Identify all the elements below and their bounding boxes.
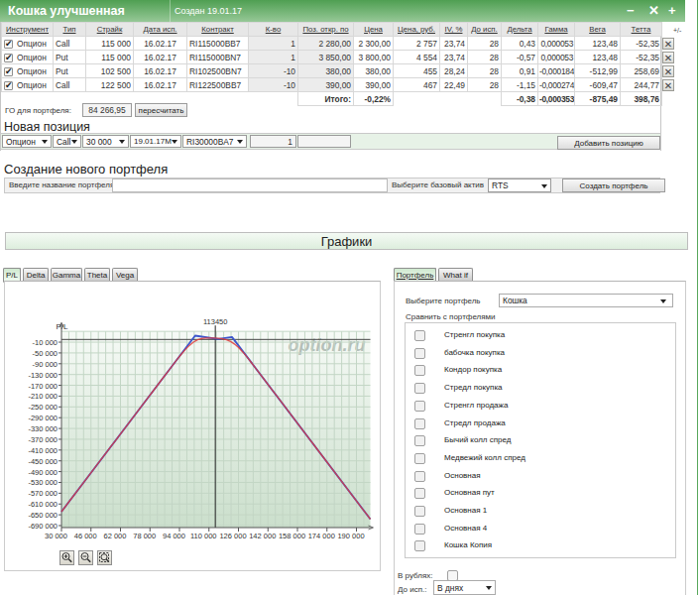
svg-text:P/L: P/L (57, 322, 69, 331)
svg-text:110 000: 110 000 (190, 532, 217, 540)
svg-text:142 000: 142 000 (249, 532, 276, 540)
svg-text:-530 000: -530 000 (28, 478, 58, 487)
svg-text:78 000: 78 000 (133, 532, 156, 540)
svg-text:-650 000: -650 000 (28, 511, 58, 520)
svg-text:-370 000: -370 000 (28, 435, 58, 444)
svg-text:-490 000: -490 000 (28, 468, 58, 477)
svg-text:30 000: 30 000 (45, 532, 67, 540)
svg-text:-450 000: -450 000 (28, 457, 58, 466)
svg-text:174 000: 174 000 (308, 532, 335, 540)
svg-text:113450: 113450 (203, 317, 227, 326)
svg-text:-90 000: -90 000 (33, 360, 58, 369)
svg-text:158 000: 158 000 (279, 532, 305, 540)
svg-text:-290 000: -290 000 (28, 414, 58, 422)
svg-text:46 000: 46 000 (74, 532, 97, 540)
svg-text:-610 000: -610 000 (28, 500, 58, 509)
svg-text:-130 000: -130 000 (28, 371, 58, 380)
svg-text:62 000: 62 000 (104, 532, 127, 540)
svg-text:-570 000: -570 000 (28, 489, 58, 498)
svg-text:-330 000: -330 000 (28, 424, 58, 433)
svg-text:-10 000: -10 000 (33, 338, 58, 347)
svg-text:-250 000: -250 000 (28, 403, 58, 412)
svg-text:-170 000: -170 000 (28, 382, 58, 391)
svg-text:126 000: 126 000 (219, 532, 246, 540)
svg-text:-690 000: -690 000 (28, 522, 58, 531)
svg-text:-410 000: -410 000 (28, 446, 58, 455)
svg-text:-50 000: -50 000 (33, 349, 58, 358)
svg-text:94 000: 94 000 (163, 532, 185, 540)
svg-text:-210 000: -210 000 (28, 392, 58, 401)
svg-text:190 000: 190 000 (337, 532, 364, 540)
